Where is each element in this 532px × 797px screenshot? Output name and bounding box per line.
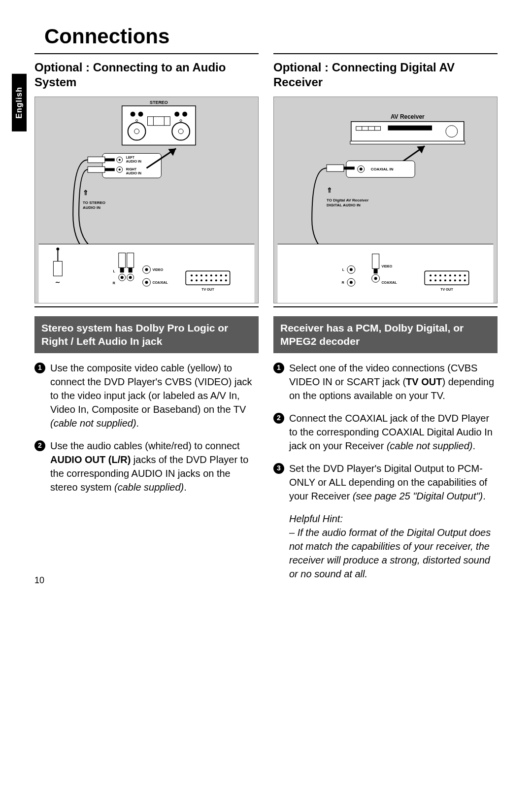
svg-point-146: [439, 274, 441, 276]
svg-rect-143: [425, 271, 469, 285]
svg-point-7: [174, 112, 179, 117]
svg-rect-80: [327, 165, 344, 171]
svg-point-66: [220, 279, 222, 281]
svg-rect-89: [372, 254, 379, 268]
svg-rect-15: [88, 157, 105, 163]
svg-point-42: [129, 276, 132, 279]
svg-point-92: [350, 268, 353, 271]
svg-point-44: [145, 268, 148, 271]
svg-point-8: [182, 112, 187, 117]
svg-text:VIDEO: VIDEO: [152, 268, 163, 271]
stereo-label: STEREO: [150, 100, 168, 105]
step-number-icon: 2: [273, 413, 284, 424]
svg-rect-35: [119, 253, 126, 267]
svg-point-156: [449, 279, 451, 281]
right-column: Optional : Connecting Digital AV Receive…: [273, 53, 498, 581]
svg-point-4: [178, 129, 183, 134]
svg-point-54: [200, 274, 202, 276]
svg-point-147: [444, 274, 446, 276]
svg-rect-81: [344, 166, 355, 169]
svg-point-67: [225, 279, 227, 281]
left-column: Optional : Connecting to an Audio System…: [34, 53, 259, 581]
svg-point-75: [446, 126, 458, 137]
svg-text:R: R: [342, 281, 344, 284]
svg-text:AUDIO IN: AUDIO IN: [126, 160, 141, 163]
svg-point-145: [434, 274, 436, 276]
svg-point-56: [210, 274, 212, 276]
step-item: 2 Use the audio cables (white/red) to co…: [34, 439, 259, 494]
svg-point-57: [215, 274, 217, 276]
svg-point-6: [138, 112, 143, 117]
step-text: Use the audio cables (white/red) to conn…: [50, 439, 259, 494]
svg-rect-90: [374, 268, 378, 273]
svg-rect-38: [129, 267, 133, 272]
svg-point-150: [459, 274, 461, 276]
svg-text:∼: ∼: [55, 279, 60, 286]
svg-text:COAXIAL: COAXIAL: [382, 281, 398, 284]
hint-body: – If the audio format of the Digital Out…: [289, 526, 498, 581]
svg-point-22: [119, 168, 121, 170]
to-stereo-label: TO STEREO: [83, 200, 105, 205]
svg-point-148: [449, 274, 451, 276]
divider: [34, 53, 259, 54]
svg-point-34: [56, 248, 59, 251]
svg-point-46: [145, 281, 148, 284]
page-title: Connections: [44, 25, 498, 48]
svg-text:AUDIO IN: AUDIO IN: [126, 171, 141, 175]
svg-text:DIGITAL AUDIO IN: DIGITAL AUDIO IN: [327, 203, 361, 207]
svg-rect-76: [350, 141, 465, 144]
steps-left: 1 Use the composite video cable (yellow)…: [34, 361, 259, 494]
subhead-right: Receiver has a PCM, Dolby Digital, or MP…: [273, 316, 498, 353]
svg-point-154: [439, 279, 441, 281]
helpful-hint: Helpful Hint: – If the audio format of t…: [273, 512, 498, 581]
svg-text:R: R: [113, 281, 115, 285]
svg-point-60: [191, 279, 193, 281]
svg-point-153: [434, 279, 436, 281]
step-number-icon: 1: [273, 363, 284, 373]
svg-point-64: [210, 279, 212, 281]
step-number-icon: 1: [34, 363, 45, 373]
svg-rect-31: [53, 261, 62, 276]
svg-rect-37: [120, 267, 124, 272]
step-item: 1 Select one of the video connections (C…: [273, 361, 498, 402]
divider: [273, 53, 498, 54]
svg-point-18: [119, 159, 121, 161]
svg-point-151: [464, 274, 466, 276]
svg-rect-51: [186, 271, 230, 285]
svg-point-152: [430, 279, 432, 281]
svg-point-149: [454, 274, 456, 276]
diagram-av-receiver: AV Receiver COAXIAL IN: [273, 97, 498, 303]
svg-point-59: [225, 274, 227, 276]
svg-point-53: [196, 274, 198, 276]
svg-rect-74: [388, 126, 432, 131]
left-audio-label: LEFT: [126, 156, 135, 159]
svg-point-158: [459, 279, 461, 281]
svg-point-40: [121, 276, 124, 279]
svg-text:⇑: ⇑: [327, 186, 332, 194]
svg-text:TO Digital AV Receiver: TO Digital AV Receiver: [327, 198, 368, 202]
section-heading-left: Optional : Connecting to an Audio System: [34, 60, 259, 90]
svg-point-155: [444, 279, 446, 281]
svg-point-63: [205, 279, 207, 281]
svg-point-62: [200, 279, 202, 281]
svg-text:TV OUT: TV OUT: [201, 288, 214, 291]
divider: [273, 306, 498, 307]
svg-rect-20: [105, 168, 115, 171]
svg-point-58: [220, 274, 222, 276]
section-heading-right: Optional : Connecting Digital AV Receive…: [273, 60, 498, 90]
step-number-icon: 2: [34, 440, 45, 451]
step-text: Select one of the video connections (CVB…: [289, 361, 498, 402]
hint-title: Helpful Hint:: [289, 512, 498, 526]
step-text: Connect the COAXIAL jack of the DVD Play…: [289, 411, 498, 453]
diagram-stereo: STEREO: [34, 97, 259, 303]
svg-rect-9: [147, 117, 170, 126]
svg-text:⇑: ⇑: [83, 189, 89, 197]
svg-point-5: [131, 112, 135, 117]
page-number: 10: [34, 575, 44, 586]
svg-point-94: [350, 281, 353, 284]
svg-point-52: [191, 274, 193, 276]
steps-right: 1 Select one of the video connections (C…: [273, 361, 498, 503]
step-item: 2 Connect the COAXIAL jack of the DVD Pl…: [273, 411, 498, 453]
step-number-icon: 3: [273, 463, 284, 474]
svg-rect-19: [88, 166, 105, 172]
